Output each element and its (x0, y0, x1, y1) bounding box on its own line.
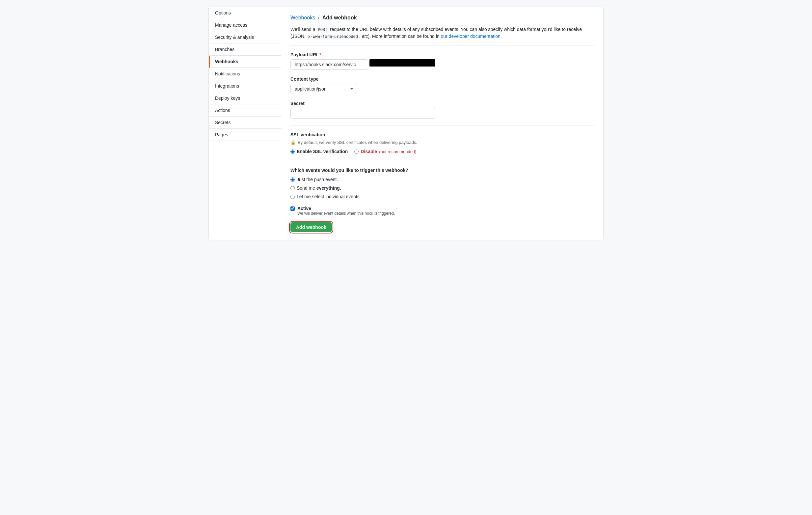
sidebar-item-security-analysis[interactable]: Security & analysis (209, 31, 281, 44)
secret-section: Secret (290, 101, 594, 118)
events-section: Which events would you like to trigger t… (290, 168, 594, 199)
event-everything-bold: everything. (316, 185, 341, 191)
event-individual-label: Let me select individual events. (297, 194, 361, 199)
info-text-1: We'll send a (290, 27, 316, 32)
payload-url-input[interactable] (290, 59, 368, 70)
sidebar-item-deploy-keys[interactable]: Deploy keys (209, 92, 281, 105)
event-push-radio[interactable] (290, 177, 295, 182)
events-title: Which events would you like to trigger t… (290, 168, 594, 173)
info-code-post: POST (316, 27, 329, 33)
payload-url-wrapper (290, 59, 435, 70)
event-push-option[interactable]: Just the push event. (290, 177, 594, 182)
event-everything-option[interactable]: Send me everything. (290, 185, 594, 191)
event-individual-radio[interactable] (290, 195, 295, 199)
sidebar-item-webhooks[interactable]: Webhooks (209, 56, 281, 68)
sidebar-item-pages[interactable]: Pages (209, 129, 281, 141)
info-code-urlencoded: x-www-form-urlencoded (307, 34, 359, 39)
ssl-title: SSL verification (290, 132, 594, 137)
active-section: Active We will deliver event details whe… (290, 206, 594, 216)
ssl-radio-group: Enable SSL verification Disable (not rec… (290, 149, 594, 154)
ssl-description: 🔒 By default, we verify SSL certificates… (290, 140, 594, 145)
redacted-block (370, 59, 435, 66)
main-content: Webhooks / Add webhook We'll send a POST… (281, 7, 603, 240)
sidebar-item-notifications[interactable]: Notifications (209, 68, 281, 80)
ssl-disable-label: Disable (360, 149, 377, 154)
ssl-disable-option[interactable]: Disable (not recommended) (354, 149, 416, 154)
divider-1 (290, 125, 594, 125)
content-type-label: Content type (290, 77, 594, 82)
event-everything-radio[interactable] (290, 186, 295, 190)
sidebar-item-options[interactable]: Options (209, 7, 281, 19)
active-description: We will deliver event details when this … (297, 211, 395, 216)
breadcrumb-separator: / (318, 15, 319, 21)
content-type-select-wrapper: application/json application/x-www-form-… (290, 84, 356, 94)
breadcrumb: Webhooks / Add webhook (290, 15, 594, 21)
active-checkbox[interactable] (290, 206, 295, 211)
page-container: Options Manage access Security & analysi… (208, 7, 604, 240)
ssl-section: SSL verification 🔒 By default, we verify… (290, 132, 594, 154)
ssl-not-recommended: (not recommended) (379, 149, 416, 154)
breadcrumb-current: Add webhook (322, 15, 357, 21)
content-type-select[interactable]: application/json application/x-www-form-… (290, 84, 356, 94)
content-type-section: Content type application/json applicatio… (290, 77, 594, 94)
secret-input[interactable] (290, 108, 435, 118)
ssl-description-text: By default, we verify SSL certificates w… (298, 140, 417, 145)
sidebar-item-manage-access[interactable]: Manage access (209, 19, 281, 31)
event-radio-group: Just the push event. Send me everything.… (290, 177, 594, 199)
active-label-wrap: Active We will deliver event details whe… (297, 206, 395, 216)
divider-2 (290, 161, 594, 161)
info-text-3: , etc). More information can be found in (359, 34, 441, 39)
sidebar-item-integrations[interactable]: Integrations (209, 80, 281, 92)
secret-label: Secret (290, 101, 594, 106)
event-push-label: Just the push event. (297, 177, 338, 182)
info-text-5: . (500, 34, 502, 39)
required-star: * (319, 52, 321, 57)
active-label: Active (297, 206, 395, 211)
sidebar-item-actions[interactable]: Actions (209, 105, 281, 117)
info-text: We'll send a POST request to the URL bel… (290, 26, 594, 46)
ssl-enable-label: Enable SSL verification (297, 149, 348, 154)
ssl-enable-radio[interactable] (290, 149, 295, 154)
event-everything-label: Send me everything. (297, 185, 341, 191)
payload-url-section: Payload URL* (290, 52, 594, 70)
sidebar-item-branches[interactable]: Branches (209, 44, 281, 56)
payload-url-label: Payload URL* (290, 52, 594, 57)
ssl-disable-radio[interactable] (354, 149, 358, 154)
ssl-enable-option[interactable]: Enable SSL verification (290, 149, 348, 154)
lock-icon: 🔒 (290, 140, 296, 145)
sidebar: Options Manage access Security & analysi… (209, 7, 281, 240)
add-webhook-button[interactable]: Add webhook (290, 222, 332, 232)
event-individual-option[interactable]: Let me select individual events. (290, 194, 594, 199)
developer-docs-link[interactable]: our developer documentation (441, 34, 500, 39)
breadcrumb-link[interactable]: Webhooks (290, 15, 315, 21)
sidebar-item-secrets[interactable]: Secrets (209, 117, 281, 129)
